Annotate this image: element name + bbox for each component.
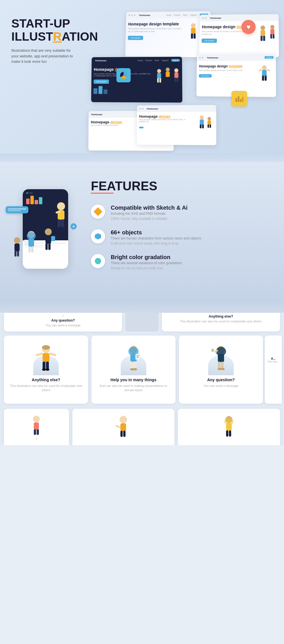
svg-rect-107 [37, 429, 39, 435]
svg-rect-19 [270, 34, 272, 39]
mockup-card-2: TheHuman Homepage design template Nam po… [199, 14, 279, 57]
card-desc-anything-else-1: This illustration can also be used for e… [9, 384, 83, 393]
svg-point-82 [42, 368, 46, 371]
card-title-any-question: Any question? [207, 378, 235, 382]
heart-badge: ♥ [241, 20, 256, 34]
hero-highlight-r: R [53, 30, 62, 43]
card4-btn[interactable]: Get started [199, 74, 212, 78]
feature-item-3: Bright color gradation There are several… [91, 254, 267, 270]
hero-title-line1: START-UP [11, 17, 70, 30]
svg-rect-7 [191, 34, 193, 39]
svg-point-83 [45, 368, 49, 371]
svg-rect-15 [260, 36, 262, 41]
svg-rect-88 [133, 361, 136, 369]
features-title: FEATURES [91, 179, 267, 193]
use-card-any-question: Any question? You can send a message [179, 335, 263, 404]
feature-icon-color [91, 254, 105, 268]
mockup-card-4: TheHuman Log in Homepage design template… [197, 54, 276, 97]
svg-rect-91 [136, 356, 139, 357]
feature-icon-objects [91, 229, 105, 243]
svg-rect-27 [166, 77, 168, 81]
svg-rect-112 [123, 431, 126, 437]
card-desc-any-question: You can send a message [203, 384, 238, 388]
svg-rect-80 [43, 362, 45, 370]
svg-point-103 [221, 368, 225, 370]
card2-btn[interactable]: Get started [202, 38, 217, 43]
svg-rect-49 [200, 124, 201, 128]
card3-btn[interactable]: Get started [94, 80, 109, 84]
cards-bottom-row: ? [0, 409, 284, 445]
svg-rect-4 [242, 97, 243, 102]
feature-title-2: 66+ objects [111, 229, 201, 236]
diamond-icon [93, 207, 102, 216]
features-right: FEATURES Compatible with Sketch & Ai Inc… [85, 179, 284, 279]
truncated-top-row: ? Any question? You can send a message A… [0, 313, 284, 332]
mockup-card-6: TheHuman Homepage design Nam porttitor b… [137, 105, 216, 145]
use-card-anything-else-1: Anything else? This illustration can als… [4, 335, 88, 404]
svg-rect-63 [48, 243, 51, 250]
hexagon-icon [95, 233, 101, 239]
card6-btn[interactable] [139, 127, 144, 128]
card6-logo: TheHuman [147, 107, 158, 110]
svg-point-60 [45, 228, 52, 235]
svg-point-17 [270, 25, 274, 29]
feature-content-1: Compatible with Sketch & Ai Including th… [111, 205, 187, 221]
svg-rect-98 [218, 362, 220, 369]
feature-title-3: Bright color gradation [111, 254, 182, 260]
phone-mockup: + [14, 184, 77, 274]
svg-rect-23 [157, 78, 159, 83]
hero-subtitle: Illustrations that are very suitable for… [11, 48, 74, 64]
svg-rect-36 [265, 76, 267, 81]
card4-text: Nam porttitor blandit accumsan. Ut vel d… [199, 69, 251, 71]
card1-logo: TheHuman [139, 14, 150, 16]
svg-rect-106 [34, 429, 36, 435]
svg-rect-26 [166, 72, 170, 77]
teal-circle-icon [95, 258, 101, 264]
svg-rect-37 [258, 69, 262, 72]
card-title-anything-else-1: Anything else? [32, 378, 60, 382]
feature-content-3: Bright color gradation There are several… [111, 254, 182, 270]
svg-rect-78 [36, 352, 43, 356]
hero-mockups: ♥ TheHuman [91, 11, 273, 153]
card1-btn[interactable]: Get started [128, 36, 143, 40]
feature-desc-1: 100% Vector, fully scalable & editable [111, 217, 187, 221]
svg-rect-16 [263, 36, 265, 41]
svg-rect-57 [58, 219, 60, 227]
trunc-label-a: ? [9, 314, 118, 318]
bottom-partial-right [178, 409, 280, 445]
feature-subtitle-3: There are several variations of color gr… [111, 261, 182, 265]
svg-rect-54 [210, 124, 211, 128]
partial-title: A... [271, 357, 275, 360]
svg-rect-99 [221, 362, 224, 369]
svg-rect-117 [229, 430, 231, 437]
svg-rect-52 [208, 120, 211, 125]
svg-point-101 [211, 349, 214, 352]
svg-rect-79 [49, 352, 57, 356]
svg-rect-2 [238, 96, 239, 102]
person-illustration-2 [118, 341, 149, 375]
svg-rect-1 [235, 98, 237, 102]
svg-point-13 [260, 26, 265, 30]
hero-left: START-UP ILLUSTRATION Illustrations that… [11, 11, 91, 153]
feature-desc-2: Craft your won scene easily with drag & … [111, 241, 201, 245]
svg-rect-72 [14, 243, 20, 251]
card2-logo: TheHuman [210, 17, 221, 19]
svg-rect-50 [202, 124, 204, 128]
svg-rect-62 [45, 243, 48, 250]
svg-rect-6 [191, 28, 195, 34]
svg-rect-68 [28, 246, 31, 253]
feature-title-1: Compatible with Sketch & Ai [111, 205, 187, 211]
svg-rect-73 [14, 251, 16, 257]
svg-rect-48 [200, 120, 204, 125]
svg-rect-18 [270, 29, 274, 35]
svg-point-104 [33, 416, 40, 422]
trunc-desc-right: This illustration can also be used for e… [166, 320, 275, 323]
use-card-partial-right: A... This illus... [265, 335, 282, 404]
mockup-card-1: TheHuman AboutProductTeamSupport Log in … [125, 11, 211, 57]
card4-logo: TheHuman [207, 56, 218, 59]
card5-logo: TheHuman [91, 113, 103, 116]
svg-rect-3 [240, 99, 242, 102]
svg-rect-74 [17, 251, 19, 257]
svg-rect-20 [273, 34, 274, 39]
trunc-spacer [126, 313, 158, 332]
